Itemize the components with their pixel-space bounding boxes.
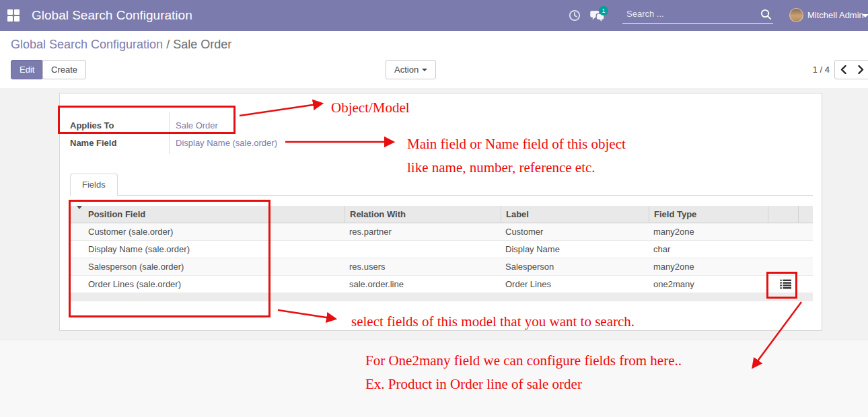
table-row[interactable]: Order Lines (sale.order) sale.order.line…	[70, 276, 813, 293]
create-button[interactable]: Create	[42, 60, 86, 79]
cell-field-type: many2one	[649, 227, 768, 237]
field-label-applies-to: Applies To	[70, 120, 114, 130]
annotation-object-model: Object/Model	[331, 100, 410, 116]
fields-table: Position Field Relation With Label Field…	[70, 206, 813, 301]
table-row[interactable]: Display Name (sale.order) Display Name c…	[70, 241, 813, 258]
field-label-name-field: Name Field	[70, 138, 116, 148]
pager-previous-button[interactable]	[834, 60, 853, 79]
cell-label: Order Lines	[501, 279, 649, 289]
header-field-type[interactable]: Field Type	[649, 206, 768, 223]
annotation-name-field-2: like name, number, reference etc.	[407, 159, 595, 176]
header-label[interactable]: Label	[501, 206, 649, 223]
sort-caret-cell[interactable]	[70, 206, 83, 223]
cell-relation-with: res.users	[345, 262, 501, 272]
cell-label: Salesperson	[501, 262, 649, 272]
odoo-window: Global Search Configuration 1 Mitchell A…	[0, 0, 868, 417]
cell-position-field: Order Lines (sale.order)	[83, 279, 345, 289]
action-caret-icon	[422, 69, 427, 71]
cell-position-field: Salesperson (sale.order)	[83, 262, 345, 272]
header-position-field[interactable]: Position Field	[83, 206, 345, 223]
cell-label: Display Name	[501, 244, 649, 254]
app-title: Global Search Configuration	[32, 0, 192, 31]
cell-relation-with: sale.order.line	[345, 279, 501, 289]
header-icon-column	[768, 206, 798, 223]
tab-fields[interactable]: Fields	[70, 174, 118, 196]
breadcrumb-current: Sale Order	[173, 38, 231, 51]
form-viewport: Applies To Sale Order Name Field Display…	[0, 88, 868, 340]
sort-caret-icon	[77, 206, 82, 209]
chevron-right-icon	[858, 65, 864, 74]
table-row[interactable]: Salesperson (sale.order) res.users Sales…	[70, 258, 813, 276]
annotation-one2many-2: Ex. Product in Order line of sale order	[365, 376, 582, 393]
breadcrumb-separator: /	[163, 38, 173, 51]
cell-position-field: Customer (sale.order)	[83, 227, 345, 237]
header-end-column	[798, 206, 813, 223]
search-input[interactable]	[622, 9, 760, 20]
global-search-box	[622, 6, 773, 24]
field-separator-line	[169, 112, 170, 154]
activities-clock-icon[interactable]	[569, 9, 581, 22]
one2many-config-list-icon[interactable]	[780, 279, 791, 289]
action-label: Action	[394, 65, 419, 75]
breadcrumb-parent-link[interactable]: Global Search Configuration	[11, 38, 163, 51]
table-body: Customer (sale.order) res.partner Custom…	[70, 223, 813, 301]
cell-field-type: one2many	[649, 279, 768, 289]
pager-next-button[interactable]	[852, 60, 868, 79]
action-dropdown-button[interactable]: Action	[386, 60, 436, 79]
table-header-row: Position Field Relation With Label Field…	[70, 206, 813, 223]
user-menu-caret-icon	[862, 14, 868, 17]
header-relation-with[interactable]: Relation With	[345, 206, 501, 223]
user-menu[interactable]: Mitchell Admin	[807, 0, 864, 31]
annotation-one2many-1: For One2many field we can configure fiel…	[365, 352, 682, 369]
cell-position-field: Display Name (sale.order)	[83, 244, 345, 254]
annotation-name-field-1: Main field or Name field of this object	[407, 136, 626, 153]
chevron-left-icon	[840, 65, 846, 74]
table-row[interactable]: Customer (sale.order) res.partner Custom…	[70, 223, 813, 241]
cell-relation-with: res.partner	[345, 227, 501, 237]
cell-label: Customer	[501, 227, 649, 237]
form-sheet: Applies To Sale Order Name Field Display…	[59, 93, 822, 331]
field-value-name-field[interactable]: Display Name (sale.order)	[176, 138, 277, 148]
cell-field-type: many2one	[649, 262, 768, 272]
notebook-divider	[70, 195, 813, 196]
pager-value: 1 / 4	[797, 60, 830, 79]
breadcrumb: Global Search Configuration / Sale Order	[11, 38, 231, 52]
field-value-applies-to[interactable]: Sale Order	[176, 120, 218, 130]
messages-count-badge: 1	[599, 6, 608, 15]
table-footer-strip	[70, 293, 813, 301]
edit-button[interactable]: Edit	[11, 60, 43, 79]
search-icon[interactable]	[760, 9, 772, 20]
top-navbar: Global Search Configuration 1 Mitchell A…	[0, 0, 868, 31]
apps-menu-icon[interactable]	[7, 9, 20, 22]
annotation-select-fields: select fields of this model that you wan…	[351, 313, 635, 330]
user-avatar[interactable]	[789, 8, 803, 22]
cell-field-type: char	[649, 244, 768, 254]
